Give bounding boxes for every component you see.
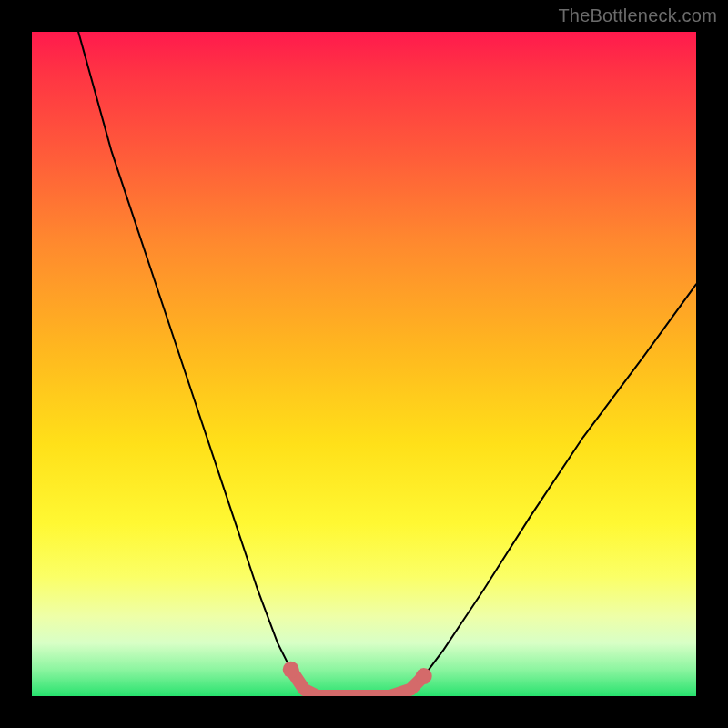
chart-svg [32,32,696,696]
bottleneck-curve [78,32,696,696]
marker-endpoint-dot [283,662,299,678]
optimal-range-marker [291,670,424,696]
marker-endpoint-dot [416,668,432,684]
plot-area [32,32,696,696]
outer-frame: TheBottleneck.com [0,0,728,728]
watermark-text: TheBottleneck.com [558,5,717,26]
